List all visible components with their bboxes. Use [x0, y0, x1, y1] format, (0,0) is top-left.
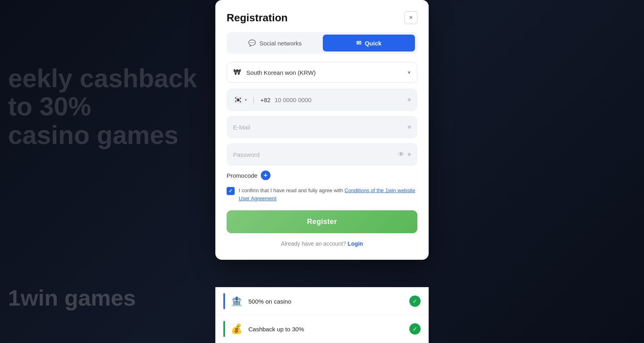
promocode-row: Promocode + — [227, 170, 417, 180]
promo-casino-text: 500% on casino — [248, 298, 404, 305]
agree-checkbox[interactable]: ✓ — [227, 187, 235, 195]
checkmark-icon: ✓ — [229, 188, 233, 194]
agree-row: ✓ I confirm that I have read and fully a… — [227, 187, 417, 202]
promo-check-casino: ✓ — [409, 296, 421, 307]
cashback-icon: 💰 — [231, 323, 243, 335]
close-button[interactable]: × — [405, 11, 417, 24]
promo-stripe-blue — [223, 293, 225, 309]
chevron-down-icon: ▾ — [408, 69, 411, 76]
eye-icon[interactable]: 👁 — [398, 151, 405, 158]
tab-quick[interactable]: ✉ Quick — [323, 35, 415, 51]
flag-chevron-icon: ▾ — [245, 97, 247, 103]
email-required-dot — [408, 125, 411, 129]
login-prompt-text: Already have an account? — [281, 240, 346, 247]
email-field-container — [227, 116, 417, 138]
flag-icon: 🇰🇷 — [233, 95, 243, 105]
tab-social-label: Social networks — [259, 40, 301, 47]
phone-code: +82 — [260, 97, 270, 103]
casino-icon: 🏦 — [231, 296, 243, 307]
promocode-label: Promocode — [227, 172, 258, 179]
country-flag-button[interactable]: 🇰🇷 ▾ — [233, 95, 247, 105]
currency-select[interactable]: ₩ South Korean won (KRW) ▾ — [227, 62, 417, 83]
currency-symbol: ₩ — [233, 68, 241, 77]
register-button[interactable]: Register — [227, 210, 417, 233]
password-input[interactable] — [233, 151, 395, 158]
bg-weekly-text: eekly cashbackto 30%casino games — [0, 64, 197, 149]
tab-row: 💬 Social networks ✉ Quick — [227, 32, 417, 54]
login-link[interactable]: Login — [348, 240, 363, 247]
promo-item-casino: 🏦 500% on casino ✓ — [215, 288, 429, 315]
promo-check-cashback: ✓ — [409, 323, 421, 335]
quick-email-icon: ✉ — [356, 39, 361, 47]
modal-title: Registration — [227, 12, 288, 24]
phone-divider: | — [253, 96, 255, 104]
promo-item-cashback: 💰 Cashback up to 30% ✓ — [215, 315, 429, 343]
promo-bar: 🏦 500% on casino ✓ 💰 Cashback up to 30% … — [215, 287, 429, 343]
phone-field: 🇰🇷 ▾ | +82 — [227, 88, 417, 111]
agree-text: I confirm that I have read and fully agr… — [239, 187, 417, 202]
registration-modal: Registration × 💬 Social networks ✉ Quick… — [215, 0, 429, 260]
promo-stripe-green — [223, 321, 225, 337]
currency-label: South Korean won (KRW) — [246, 69, 404, 76]
tab-social-networks[interactable]: 💬 Social networks — [229, 35, 321, 51]
login-row: Already have an account? Login — [227, 240, 417, 247]
tab-quick-label: Quick — [365, 40, 382, 47]
promo-cashback-text: Cashback up to 30% — [248, 326, 404, 333]
email-input[interactable] — [233, 124, 405, 131]
modal-header: Registration × — [227, 11, 417, 24]
phone-required-dot — [408, 98, 411, 101]
password-field-container: 👁 — [227, 143, 417, 166]
promocode-add-button[interactable]: + — [261, 170, 270, 180]
social-icon: 💬 — [248, 39, 256, 47]
phone-input[interactable] — [275, 97, 404, 103]
bg-brand-text: 1win games — [8, 285, 136, 311]
password-required-dot — [408, 153, 411, 156]
